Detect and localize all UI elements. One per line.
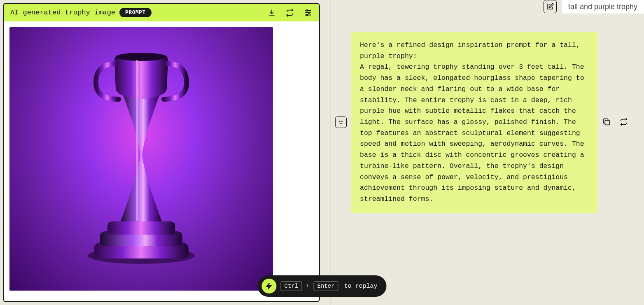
download-icon[interactable]	[267, 8, 276, 17]
svg-point-8	[340, 121, 341, 122]
regenerate-response-icon[interactable]	[619, 117, 629, 127]
response-container: Here's a refined design inspiration prom…	[331, 17, 644, 213]
svg-point-5	[306, 14, 308, 16]
kbd-ctrl: Ctrl	[280, 281, 302, 291]
response-text: Here's a refined design inspiration prom…	[360, 41, 588, 203]
svg-point-7	[116, 53, 167, 61]
card-header: AI generated trophy image PROMPT	[4, 4, 319, 21]
svg-point-9	[342, 121, 343, 122]
replay-button-icon[interactable]	[261, 279, 276, 293]
settings-icon[interactable]	[303, 8, 313, 17]
card-title: AI generated trophy image	[10, 9, 115, 16]
replay-label: to replay	[344, 283, 378, 290]
chat-header: tall and purple trophy	[331, 0, 644, 17]
prompt-badge: PROMPT	[119, 8, 152, 17]
generated-image[interactable]	[9, 27, 273, 291]
regenerate-icon[interactable]	[285, 8, 294, 17]
card-body	[4, 21, 319, 301]
response-bubble: Here's a refined design inspiration prom…	[351, 32, 598, 213]
header-actions	[267, 8, 313, 17]
image-card: AI generated trophy image PROMPT	[3, 3, 320, 302]
left-panel: AI generated trophy image PROMPT	[0, 0, 331, 305]
svg-point-1	[306, 9, 308, 11]
trophy-illustration	[55, 44, 228, 274]
right-panel: tall and purple trophy Here's a refined …	[331, 0, 644, 305]
kbd-plus: +	[306, 283, 309, 289]
svg-rect-10	[605, 121, 609, 125]
smile-icon[interactable]	[335, 116, 347, 128]
edit-icon[interactable]	[544, 0, 557, 13]
svg-point-3	[308, 12, 310, 14]
kbd-enter: Enter	[313, 281, 338, 291]
copy-icon[interactable]	[602, 117, 612, 127]
replay-bar[interactable]: Ctrl + Enter to replay	[257, 275, 386, 297]
user-message: tall and purple trophy	[562, 0, 644, 14]
response-actions	[602, 117, 629, 127]
